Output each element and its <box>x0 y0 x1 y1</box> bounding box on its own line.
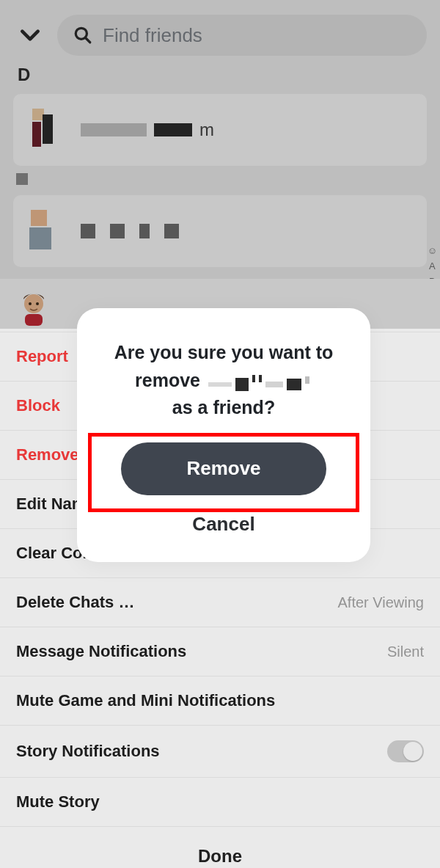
modal-line2b: as a friend? <box>172 397 275 417</box>
svg-point-4 <box>36 302 39 305</box>
story-notifications-label: Story Notifications <box>16 742 160 761</box>
search-icon <box>73 26 92 45</box>
cancel-button[interactable]: Cancel <box>177 507 269 541</box>
confirm-remove-modal: Are you sure you want to remove as a fri… <box>77 308 370 562</box>
message-notifications-value: Silent <box>387 643 424 660</box>
modal-line2a: remove <box>135 370 200 390</box>
friend-name-redacted: m <box>81 120 214 140</box>
done-button[interactable]: Done <box>0 826 440 868</box>
friend-row[interactable]: m <box>13 94 427 166</box>
index-emoji[interactable]: ☺ <box>428 245 437 256</box>
redacted-username <box>208 378 309 391</box>
message-notifications-item[interactable]: Message Notifications Silent <box>0 627 440 676</box>
avatar <box>28 107 63 153</box>
redacted-initial <box>16 173 28 185</box>
modal-message: Are you sure you want to remove as a fri… <box>95 339 353 422</box>
search-input[interactable]: Find friends <box>57 15 427 56</box>
header: Find friends <box>0 0 440 65</box>
svg-line-1 <box>85 37 90 43</box>
cancel-button-label: Cancel <box>192 513 254 535</box>
index-letter[interactable]: A <box>429 260 436 271</box>
report-label: Report <box>16 347 68 366</box>
section-letter: D <box>0 65 440 91</box>
search-placeholder: Find friends <box>103 24 202 47</box>
message-notifications-label: Message Notifications <box>16 642 186 661</box>
modal-line1: Are you sure you want to <box>114 342 334 362</box>
story-notifications-item[interactable]: Story Notifications <box>0 725 440 777</box>
mute-game-item[interactable]: Mute Game and Mini Notifications <box>0 676 440 725</box>
delete-chats-item[interactable]: Delete Chats … After Viewing <box>0 577 440 627</box>
mute-game-label: Mute Game and Mini Notifications <box>16 691 275 710</box>
mute-story-label: Mute Story <box>16 792 100 812</box>
svg-point-3 <box>29 302 32 305</box>
remove-button-label: Remove <box>186 457 260 480</box>
bitmoji-avatar <box>16 291 51 326</box>
done-label: Done <box>198 846 242 866</box>
remove-button[interactable]: Remove <box>121 442 326 495</box>
friend-name-redacted <box>81 224 179 238</box>
delete-chats-value: After Viewing <box>338 594 424 611</box>
block-label: Block <box>16 396 60 415</box>
avatar <box>28 208 63 254</box>
delete-chats-label: Delete Chats … <box>16 593 134 612</box>
friend-row[interactable] <box>13 195 427 267</box>
svg-rect-5 <box>25 314 43 326</box>
story-notifications-toggle[interactable] <box>387 740 424 762</box>
mute-story-item[interactable]: Mute Story <box>0 777 440 826</box>
back-chevron-icon[interactable] <box>13 18 47 52</box>
